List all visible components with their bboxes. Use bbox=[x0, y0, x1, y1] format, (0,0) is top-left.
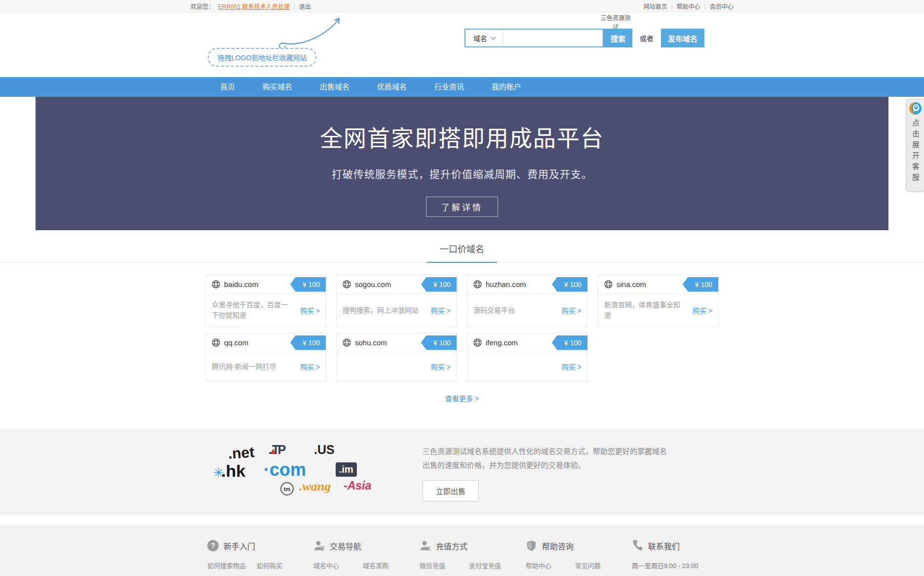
footer-link[interactable]: 如何搜索物品 bbox=[207, 561, 253, 570]
footer-link[interactable]: 微信充值 bbox=[420, 561, 465, 570]
footer: ? 新手入门 如何搜索物品 如何购买 平台优势 如何入驻商家 交易导航 域名中心 bbox=[0, 525, 924, 576]
domain-name: sogou.com bbox=[355, 280, 391, 288]
nav-item-industry-news[interactable]: 行业资讯 bbox=[421, 77, 478, 97]
tld-top: .T▲P bbox=[269, 443, 278, 457]
search-group: 域名 搜索 或者 发布域名 bbox=[464, 29, 704, 47]
hero-subtitle: 打破传统服务模式，提升价值缩减周期、费用及开支。 bbox=[36, 166, 888, 181]
footer-link[interactable]: 帮助中心 bbox=[526, 561, 571, 570]
nav-item-premium-domain[interactable]: 优质域名 bbox=[363, 77, 421, 97]
domain-card: sogou.com ¥ 100 搜狗搜索，网上冲浪网站 购买 > bbox=[336, 275, 457, 327]
domain-card: baidu.com ¥ 100 众里寻他千百度，百度一下你就知道 购买 > bbox=[205, 275, 326, 327]
price-tag: ¥ 100 bbox=[290, 335, 326, 350]
tld-logo-collage: ✳ .net .T▲P .US .hk ·com .im tm .wang -A… bbox=[221, 442, 394, 497]
sell-promo-section: ✳ .net .T▲P .US .hk ·com .im tm .wang -A… bbox=[0, 429, 924, 515]
footer-col-help: 帮助咨询 帮助中心 常见问题 联系客服 意见反馈 bbox=[526, 540, 632, 576]
search-input[interactable] bbox=[503, 30, 603, 46]
section-title-row: 一口价域名 bbox=[0, 242, 924, 263]
topbar-link-member[interactable]: 会员中心 bbox=[710, 2, 733, 10]
buy-link[interactable]: 购买 > bbox=[693, 305, 712, 315]
price-tag: ¥ 100 bbox=[421, 277, 457, 292]
divider: | bbox=[704, 3, 706, 10]
section-title: 一口价域名 bbox=[427, 242, 497, 263]
footer-col-trade: 交易导航 域名中心 域名求购 域名资讯 bbox=[313, 540, 420, 576]
floating-service-widget[interactable]: 点击展开客服 bbox=[906, 99, 924, 192]
price-tag: ¥ 100 bbox=[552, 335, 587, 350]
publish-domain-button[interactable]: 发布域名 bbox=[661, 29, 704, 47]
domain-card: sina.com ¥ 100 新浪官网，体育盛事全知道 购买 > bbox=[598, 275, 719, 327]
fixed-price-section: 一口价域名 baidu.com ¥ 100 众里寻他千百度，百度一下你就知道 购… bbox=[0, 230, 924, 418]
nav-item-buy-domain[interactable]: 购买域名 bbox=[249, 77, 306, 97]
user-status-link[interactable]: ERR001,联系技术人员处理 bbox=[218, 2, 290, 10]
or-label: 或者 bbox=[640, 33, 654, 43]
domain-name: sina.com bbox=[616, 280, 646, 288]
domain-name: qq.com bbox=[224, 338, 248, 347]
logout-link[interactable]: 退出 bbox=[299, 2, 311, 10]
sell-now-button[interactable]: 立即出售 bbox=[423, 480, 479, 501]
footer-col-title: 充值方式 bbox=[436, 540, 467, 552]
nav-item-sell-domain[interactable]: 出售域名 bbox=[306, 77, 363, 97]
footer-col-title: 联系我们 bbox=[648, 540, 680, 552]
shield-icon bbox=[526, 540, 537, 551]
domain-name: baidu.com bbox=[224, 280, 258, 288]
phone-icon bbox=[632, 540, 643, 551]
user-recharge-icon bbox=[420, 540, 431, 551]
search-category-select[interactable]: 域名 bbox=[465, 30, 503, 46]
tld-net: .net bbox=[228, 444, 255, 462]
tld-tm: tm bbox=[280, 482, 294, 495]
domain-name: huzhan.com bbox=[486, 280, 526, 288]
tld-wang: .wang bbox=[299, 479, 331, 494]
domain-description: 搜狗搜索，网上冲浪网站 bbox=[343, 305, 421, 316]
buy-link[interactable]: 购买 > bbox=[431, 362, 451, 371]
domain-name: sohu.com bbox=[355, 338, 387, 347]
domain-card: ifeng.com ¥ 100 购买 > bbox=[467, 333, 588, 381]
chevron-down-icon bbox=[491, 35, 496, 40]
logo-drag-hint[interactable]: 拖拽LOGO到地址栏收藏网站 bbox=[208, 48, 316, 67]
search-button[interactable]: 搜索 bbox=[604, 29, 632, 47]
footer-col-contact: 联系我们 周一至周日9:00 - 23:00 联系在线客服 bbox=[632, 540, 702, 576]
hero-title: 全网首家即搭即用成品平台 bbox=[36, 120, 888, 153]
footer-link[interactable]: 域名求购 bbox=[363, 561, 420, 570]
user-yen-icon bbox=[313, 540, 325, 551]
tld-im: .im bbox=[336, 462, 357, 477]
hero-banner: 全网首家即搭即用成品平台 打破传统服务模式，提升价值缩减周期、费用及开支。 了解… bbox=[36, 97, 888, 230]
top-bar: 欢迎您： ERR001,联系技术人员处理 | 退出 网站首页 | 帮助中心 | … bbox=[0, 0, 924, 12]
domain-description: 众里寻他千百度，百度一下你就知道 bbox=[212, 300, 290, 321]
buy-link[interactable]: 购买 > bbox=[562, 305, 581, 315]
header: 拖拽LOGO到地址栏收藏网站 三色资源测试 域名 搜索 或者 发布域名 bbox=[0, 12, 924, 77]
search-box: 域名 bbox=[464, 29, 604, 47]
view-more-link[interactable]: 查看更多 > bbox=[0, 393, 924, 418]
domain-card: qq.com ¥ 100 腾讯网-新闻一网打尽 购买 > bbox=[205, 333, 326, 381]
globe-icon bbox=[212, 338, 220, 347]
footer-link[interactable]: 如何购买 bbox=[257, 561, 313, 570]
service-hours: 周一至周日9:00 - 23:00 bbox=[632, 561, 702, 570]
buy-link[interactable]: 购买 > bbox=[562, 362, 581, 371]
domain-description: 腾讯网-新闻一网打尽 bbox=[212, 362, 290, 372]
welcome-label: 欢迎您： bbox=[191, 2, 214, 10]
question-circle-icon: ? bbox=[207, 540, 219, 551]
qq-service-icon bbox=[909, 102, 922, 115]
footer-col-title: 新手入门 bbox=[224, 540, 255, 552]
tld-com: ·com bbox=[264, 459, 306, 480]
buy-link[interactable]: 购买 > bbox=[300, 305, 320, 315]
divider: | bbox=[671, 3, 673, 10]
learn-more-button[interactable]: 了解详情 bbox=[426, 197, 498, 217]
buy-link[interactable]: 购买 > bbox=[431, 305, 451, 315]
topbar-link-help[interactable]: 帮助中心 bbox=[677, 2, 700, 10]
domain-description: 源码交易平台 bbox=[473, 305, 551, 316]
footer-link[interactable]: 域名中心 bbox=[313, 561, 359, 570]
nav-item-home[interactable]: 首页 bbox=[206, 77, 249, 97]
price-tag: ¥ 100 bbox=[683, 277, 718, 292]
buy-link[interactable]: 购买 > bbox=[300, 362, 320, 371]
tld-asia: -Asia bbox=[344, 479, 371, 493]
footer-link[interactable]: 常见问题 bbox=[575, 561, 632, 570]
main-nav: 首页 购买域名 出售域名 优质域名 行业资讯 我的账户 bbox=[0, 77, 924, 97]
price-tag: ¥ 100 bbox=[552, 277, 587, 292]
domain-cards-grid: baidu.com ¥ 100 众里寻他千百度，百度一下你就知道 购买 > so… bbox=[205, 275, 719, 381]
topbar-link-home[interactable]: 网站首页 bbox=[644, 2, 667, 10]
domain-card: sohu.com ¥ 100 购买 > bbox=[336, 333, 457, 381]
nav-item-my-account[interactable]: 我的账户 bbox=[478, 77, 535, 97]
footer-link[interactable]: 支付宝充值 bbox=[469, 561, 526, 570]
search-category-label: 域名 bbox=[473, 33, 487, 43]
domain-description: 新浪官网，体育盛事全知道 bbox=[604, 300, 682, 321]
footer-col-newbie: ? 新手入门 如何搜索物品 如何购买 平台优势 如何入驻商家 bbox=[207, 540, 313, 576]
